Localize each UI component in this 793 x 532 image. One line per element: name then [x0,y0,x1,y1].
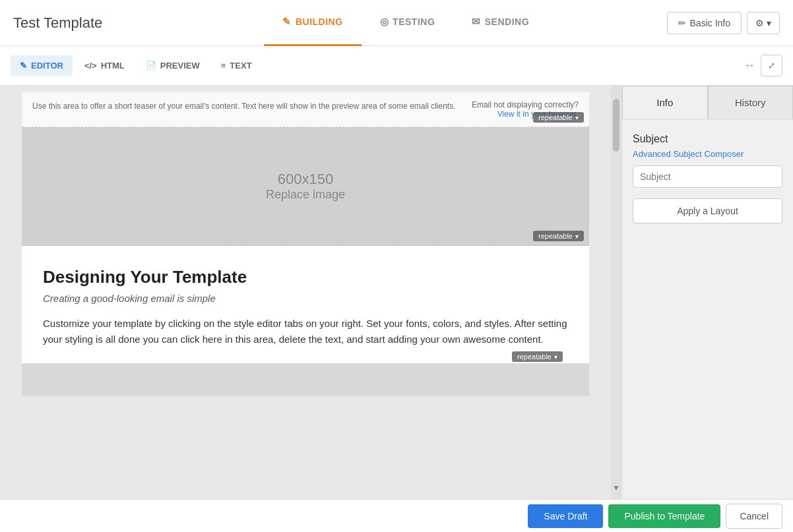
panel-tab-history-label: History [735,97,766,108]
expand-button[interactable]: ⤢ [761,55,782,76]
publish-button[interactable]: Publish to Template [608,504,720,528]
canvas-scroll: Use this area to offer a short teaser of… [0,86,611,499]
sub-tab-editor-label: EDITOR [31,61,63,71]
sub-tab-html-label: HTML [101,61,125,71]
main-content: Use this area to offer a short teaser of… [0,86,793,499]
sending-icon: ✉ [472,16,481,28]
top-nav-tabs: ✎ BUILDING ◎ TESTING ✉ SENDING [145,0,667,46]
panel-tab-history[interactable]: History [708,86,794,119]
content-repeatable-badge[interactable]: repeatable ▾ [512,351,563,362]
sub-nav-right: ↔ ⤢ [744,55,782,76]
content-repeatable-caret: ▾ [554,353,557,361]
preview-repeatable-label: repeatable [538,113,573,121]
gear-icon: ⚙ [755,18,764,28]
cancel-button[interactable]: Cancel [726,504,782,529]
testing-icon: ◎ [380,16,389,28]
panel-tab-info[interactable]: Info [622,86,708,119]
right-panel-tabs: Info History [622,86,793,120]
preview-bar: Use this area to offer a short teaser of… [22,92,589,127]
right-panel: Info History Subject Advanced Subject Co… [621,86,793,499]
gear-button[interactable]: ⚙ ▾ [747,12,780,34]
resize-arrows-icon: ↔ [744,59,755,73]
top-bar-actions: ✏ Basic Info ⚙ ▾ [667,12,780,34]
editor-icon: ✎ [20,61,27,71]
content-body: Customize your template by clicking on t… [43,316,568,347]
save-draft-button[interactable]: Save Draft [528,504,603,528]
text-icon: ≡ [221,61,226,71]
top-bar: Test Template ✎ BUILDING ◎ TESTING ✉ SEN… [0,0,793,46]
sub-tab-text[interactable]: ≡ TEXT [212,55,261,76]
gear-caret: ▾ [767,18,771,28]
content-heading: Designing Your Template [43,267,568,287]
subject-input[interactable] [633,165,782,188]
image-repeatable-caret: ▾ [575,233,579,240]
advanced-subject-link[interactable]: Advanced Subject Composer [633,149,782,159]
bottom-bar: Save Draft Publish to Template Cancel [0,499,793,532]
email-preview: Use this area to offer a short teaser of… [22,92,589,396]
tab-building[interactable]: ✎ BUILDING [264,0,361,46]
tab-testing[interactable]: ◎ TESTING [362,0,454,46]
tab-sending-label: SENDING [485,16,529,27]
scroll-down-arrow[interactable]: ▼ [612,483,620,492]
app-title: Test Template [13,15,145,32]
image-size-text: 600x150 [278,171,333,188]
canvas-area[interactable]: Use this area to offer a short teaser of… [0,86,611,499]
sub-tab-preview-label: PREVIEW [160,61,200,71]
apply-layout-button[interactable]: Apply a Layout [633,198,782,223]
image-section[interactable]: 600x150 Replace image repeatable ▾ [22,127,589,246]
preview-repeatable-caret: ▾ [575,114,579,121]
content-subtitle: Creating a good-looking email is simple [43,293,568,304]
panel-content: Subject Advanced Subject Composer Apply … [622,120,793,499]
canvas-scrollbar[interactable]: ▼ [611,86,621,499]
apply-layout-label: Apply a Layout [677,206,738,216]
sub-tab-editor[interactable]: ✎ EDITOR [11,55,73,76]
content-section[interactable]: Designing Your Template Creating a good-… [22,246,589,363]
preview-bar-left-text: Use this area to offer a short teaser of… [32,100,472,112]
image-replace-text: Replace image [266,188,345,202]
preview-bar-repeatable-badge[interactable]: repeatable ▾ [533,112,584,123]
sub-nav: ✎ EDITOR </> HTML 📄 PREVIEW ≡ TEXT ↔ ⤢ [0,46,793,86]
sub-tab-text-label: TEXT [230,61,251,71]
pencil-icon: ✏ [678,18,686,28]
cancel-label: Cancel [740,511,769,521]
save-draft-label: Save Draft [544,511,587,521]
basic-info-label: Basic Info [690,18,730,28]
preview-bar-right-text: Email not displaying correctly? [472,100,579,109]
expand-icon: ⤢ [768,61,775,71]
tab-testing-label: TESTING [393,16,435,27]
image-repeatable-badge[interactable]: repeatable ▾ [533,231,584,241]
building-icon: ✎ [282,16,292,28]
footer-section [22,363,589,396]
tab-building-label: BUILDING [296,16,343,27]
panel-tab-info-label: Info [656,97,673,108]
sub-tab-preview[interactable]: 📄 PREVIEW [137,55,209,76]
tab-sending[interactable]: ✉ SENDING [453,0,548,46]
basic-info-button[interactable]: ✏ Basic Info [667,12,742,34]
image-repeatable-label: repeatable [538,232,573,240]
scrollbar-thumb[interactable] [613,99,619,152]
sub-tab-html[interactable]: </> HTML [75,55,134,76]
publish-label: Publish to Template [624,511,705,521]
html-icon: </> [84,61,97,71]
subject-label: Subject [633,133,782,145]
preview-icon: 📄 [146,61,156,71]
content-repeatable-label: repeatable [517,353,552,361]
